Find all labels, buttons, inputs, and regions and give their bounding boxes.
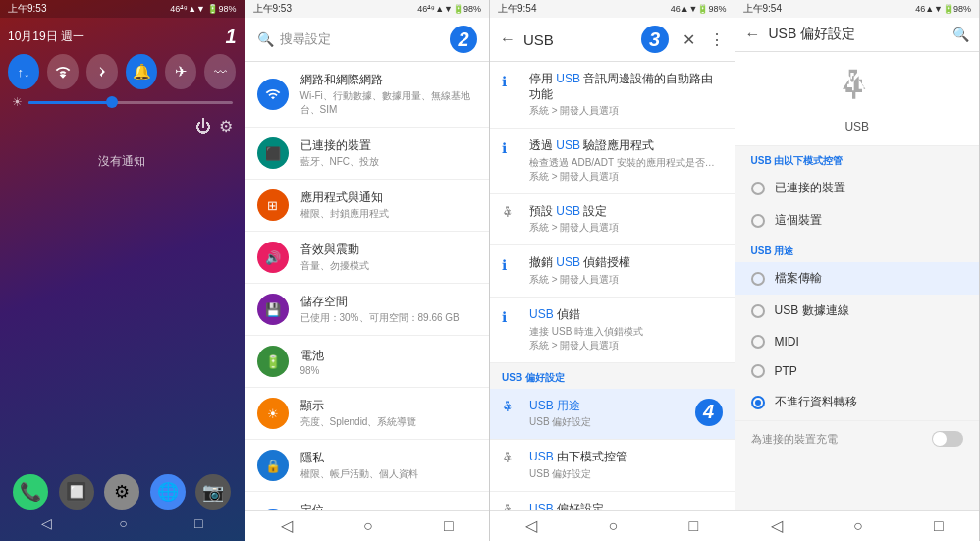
settings-item-sound[interactable]: 🔊 音效與震動 音量、勿擾模式: [245, 232, 490, 284]
charge-toggle-row[interactable]: 為連接的裝置充電: [735, 423, 980, 455]
usb-big-icon: [838, 68, 877, 116]
connected-title: 已連接的裝置: [300, 137, 478, 154]
search-bar[interactable]: 🔍 搜尋設定 2: [245, 18, 490, 62]
nav-home-3[interactable]: ○: [609, 517, 619, 535]
dock-browser[interactable]: 🌐: [150, 474, 186, 510]
apps-text: 應用程式與通知 權限、封鎖應用程式: [300, 189, 478, 221]
nav-back-3[interactable]: ◁: [525, 516, 537, 535]
radio-this-circle: [751, 214, 765, 228]
search-icon: 🔍: [257, 31, 274, 47]
battery-sub: 98%: [300, 365, 478, 376]
brightness-slider[interactable]: [28, 101, 233, 104]
nav-back-4[interactable]: ◁: [771, 516, 783, 535]
nav-back-1[interactable]: ◁: [41, 515, 52, 531]
radio-this-device[interactable]: 這個裝置: [735, 204, 980, 237]
nav-home-1[interactable]: ○: [119, 515, 127, 531]
divider: [735, 420, 980, 421]
radio-connected-label: 已連接的裝置: [775, 180, 845, 196]
usb-result-1-title: 停用 USB 音訊周邊設備的自動路由功能: [529, 72, 723, 102]
notification-content: 10月19日 週一 1 ↑↓ 🔔 ✈ 〰 ☀ ⏻ ⚙ 沒有通知: [0, 18, 245, 178]
section-control-title: USB 由以下模式控管: [735, 146, 980, 172]
pref-search-icon[interactable]: 🔍: [953, 27, 969, 42]
privacy-icon: 🔒: [257, 450, 289, 481]
dock-files[interactable]: 🔲: [59, 474, 94, 510]
settings-item-storage[interactable]: 💾 儲存空間 已使用：30%、可用空間：89.66 GB: [245, 284, 490, 336]
radio-no-transfer-dot: [755, 400, 761, 406]
dock-camera[interactable]: 📷: [195, 474, 231, 510]
nav-recents-4[interactable]: □: [934, 517, 944, 535]
toggle-wifi[interactable]: [47, 54, 79, 89]
radio-ptp[interactable]: PTP: [735, 356, 980, 386]
settings-item-privacy[interactable]: 🔒 隱私 權限、帳戶活動、個人資料: [245, 440, 490, 492]
charge-toggle-switch[interactable]: [932, 431, 963, 447]
step-badge-2: 2: [450, 26, 477, 53]
nav-recents-3[interactable]: □: [689, 517, 699, 535]
toggle-notification[interactable]: 🔔: [126, 54, 157, 89]
usb-pref-item-3[interactable]: USB 偏好設定 USB 偏好設定: [490, 492, 735, 510]
dock-settings[interactable]: ⚙: [104, 474, 139, 510]
toggle-extra[interactable]: 〰: [204, 54, 236, 89]
brightness-icon: ☀: [12, 95, 23, 109]
settings-item-battery[interactable]: 🔋 電池 98%: [245, 336, 490, 388]
status-bar-1: 上午9:53 46⁴ᵍ▲▼ 🔋98%: [0, 0, 245, 18]
radio-ptp-label: PTP: [775, 364, 797, 378]
settings-item-network[interactable]: 網路和網際網路 Wi-Fi、行動數據、數據用量、無線基地台、SIM: [245, 62, 490, 128]
nav-home-2[interactable]: ○: [363, 517, 373, 535]
usb-result-3[interactable]: 預設 USB 設定 系統 > 開發人員選項: [490, 194, 735, 246]
usb-result-2[interactable]: ℹ 透過 USB 驗證應用程式 檢查透過 ADB/ADT 安裝的應用程式是否…系…: [490, 129, 735, 194]
battery-icon: 🔋: [257, 346, 289, 377]
nav-bar-4: ◁ ○ □: [735, 510, 980, 541]
pref-page-title: USB 偏好設定: [769, 26, 946, 43]
connected-sub: 藍牙、NFC、投放: [300, 155, 478, 169]
usb-result-1-sub: 系統 > 開發人員選項: [529, 104, 723, 118]
usb-more-icon[interactable]: ⋮: [709, 30, 725, 49]
radio-connected-device[interactable]: 已連接的裝置: [735, 172, 980, 204]
pref-header: ← USB 偏好設定 🔍: [735, 18, 980, 52]
usb-back-icon[interactable]: ←: [500, 30, 516, 48]
nav-back-2[interactable]: ◁: [281, 516, 293, 535]
usb-result-2-title: 透過 USB 驗證應用程式: [529, 138, 723, 154]
nav-recents-2[interactable]: □: [444, 517, 454, 535]
radio-no-transfer[interactable]: 不進行資料轉移: [735, 386, 980, 418]
storage-title: 儲存空間: [300, 294, 478, 310]
settings-icon[interactable]: ⚙: [219, 117, 233, 135]
panel-settings-search: 上午9:53 46⁴ᵍ▲▼🔋98% 🔍 搜尋設定 2 網路和網際網路 Wi-Fi…: [245, 0, 491, 541]
signal-icon-1: 46⁴ᵍ▲▼ 🔋98%: [170, 4, 236, 14]
nav-recents-1[interactable]: □: [194, 515, 202, 531]
toggle-bluetooth[interactable]: [86, 54, 118, 89]
usb-pref-item-1[interactable]: USB 用途 USB 偏好設定 4: [490, 389, 735, 441]
toggle-airplane[interactable]: ✈: [165, 54, 196, 89]
settings-item-connected[interactable]: ⬛ 已連接的裝置 藍牙、NFC、投放: [245, 128, 490, 180]
brightness-control[interactable]: ☀: [8, 95, 237, 109]
sound-sub: 音量、勿擾模式: [300, 259, 478, 273]
radio-this-label: 這個裝置: [775, 212, 822, 229]
usb-result-4[interactable]: ℹ 撤銷 USB 偵錯授權 系統 > 開發人員選項: [490, 245, 735, 298]
toggle-data[interactable]: ↑↓: [8, 54, 39, 89]
status-bar-4: 上午9:54 46▲▼🔋98%: [735, 0, 980, 18]
usb-result-5[interactable]: ℹ USB 偵錯 連接 USB 時進入偵錯模式系統 > 開發人員選項: [490, 298, 735, 363]
step-badge-4: 4: [695, 399, 723, 426]
settings-item-apps[interactable]: ⊞ 應用程式與通知 權限、封鎖應用程式: [245, 180, 490, 232]
usb-pref-icon-1: [502, 401, 519, 416]
radio-tethering[interactable]: USB 數據連線: [735, 295, 980, 327]
usb-result-1[interactable]: ℹ 停用 USB 音訊周邊設備的自動路由功能 系統 > 開發人員選項: [490, 62, 735, 129]
dock-phone[interactable]: 📞: [13, 474, 48, 510]
usb-close-icon[interactable]: ✕: [682, 30, 695, 49]
network-icon: [257, 79, 289, 110]
status-icons-1: 46⁴ᵍ▲▼ 🔋98%: [170, 4, 236, 14]
settings-item-display[interactable]: ☀ 顯示 亮度、Splendid、系統導覽: [245, 388, 490, 440]
radio-midi[interactable]: MIDI: [735, 327, 980, 356]
power-icon[interactable]: ⏻: [195, 118, 211, 135]
pref-back-icon[interactable]: ←: [745, 26, 761, 43]
status-bar-3: 上午9:54 46▲▼🔋98%: [490, 0, 735, 18]
usb-result-2-sub: 檢查透過 ADB/ADT 安裝的應用程式是否…系統 > 開發人員選項: [529, 156, 723, 184]
battery-title: 電池: [300, 348, 478, 364]
usb-pref-item-2[interactable]: USB 由下模式控管 USB 偏好設定: [490, 440, 735, 492]
settings-item-location[interactable]: 📍 定位 已開啟 - 4個應用程式已取得位置資訊存取權: [245, 492, 490, 510]
nav-home-4[interactable]: ○: [853, 517, 863, 535]
search-input-area[interactable]: 🔍 搜尋設定: [257, 30, 443, 48]
sound-title: 音效與震動: [300, 242, 478, 258]
network-text: 網路和網際網路 Wi-Fi、行動數據、數據用量、無線基地台、SIM: [300, 72, 478, 117]
status-time-2: 上午9:53: [253, 2, 292, 16]
radio-file-transfer[interactable]: 檔案傳輸: [735, 262, 980, 295]
